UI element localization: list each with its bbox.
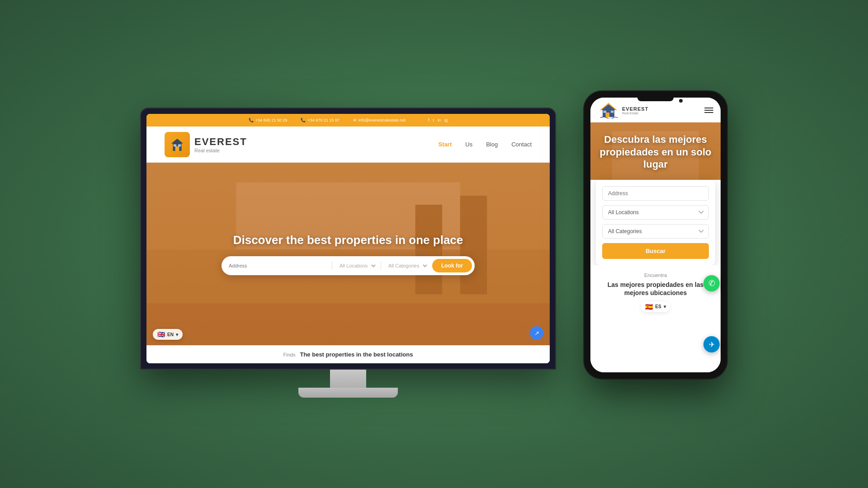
- monitor-stand-base: [298, 388, 398, 398]
- phone-categories-select[interactable]: All Categories: [602, 224, 709, 239]
- search-bar: All Locations All Categories Look for: [222, 256, 475, 275]
- svg-rect-2: [175, 146, 179, 150]
- phone1-icon: 📞: [249, 118, 254, 122]
- site-logo: EVEREST Real estate: [165, 132, 247, 157]
- phone-search-form: All Locations All Categories Buscar: [596, 180, 715, 265]
- phone-brand-sub: Real Estate: [622, 112, 648, 115]
- nav-blog[interactable]: Blog: [486, 141, 498, 148]
- brand-subtitle: Real estate: [194, 148, 247, 153]
- phone-brand-name: EVEREST: [622, 106, 648, 112]
- chevron-down-icon: ▾: [176, 332, 178, 337]
- scene: 📞 +34 845 21 50 29 📞 +34 670 21 15 97 ✉ …: [140, 90, 728, 398]
- svg-rect-7: [606, 113, 610, 117]
- site-topbar: 📞 +34 845 21 50 29 📞 +34 670 21 15 97 ✉ …: [146, 114, 550, 127]
- language-badge[interactable]: 🇬🇧 EN ▾: [153, 329, 183, 340]
- nav-start[interactable]: Start: [439, 141, 452, 148]
- hamburger-line2: [704, 110, 713, 111]
- topbar-phone1: 📞 +34 845 21 50 29: [249, 118, 287, 122]
- house-logo-icon: [168, 136, 186, 153]
- brand-name: EVEREST: [194, 136, 247, 148]
- social-icons: f t in ig: [428, 118, 448, 122]
- monitor-stand-neck: [330, 370, 366, 388]
- phone-hero-title: Descubra las mejores propiedades en un s…: [599, 133, 712, 171]
- svg-rect-9: [611, 111, 613, 113]
- phone-notch: [637, 98, 674, 101]
- hamburger-line3: [704, 112, 713, 113]
- categories-select[interactable]: All Categories: [385, 263, 429, 269]
- divider2: [381, 262, 381, 270]
- phone-language-badge[interactable]: 🇪🇸 ES ▾: [641, 301, 670, 312]
- phone-hero: Descubra las mejores propiedades en un s…: [590, 122, 721, 180]
- phone-chevron-icon: ▾: [664, 304, 666, 309]
- flag-icon: 🇬🇧: [157, 331, 165, 338]
- linkedin-icon[interactable]: in: [438, 118, 441, 122]
- desktop-mockup: 📞 +34 845 21 50 29 📞 +34 670 21 15 97 ✉ …: [140, 108, 556, 398]
- locations-select[interactable]: All Locations: [336, 263, 377, 269]
- logo-icon-box: [165, 132, 190, 157]
- phone-camera: [679, 99, 683, 103]
- divider1: [332, 262, 332, 270]
- phone-logo-icon: [598, 102, 619, 118]
- language-label: EN: [167, 332, 174, 337]
- phone-header: EVEREST Real Estate: [590, 98, 721, 122]
- phone-screen: EVEREST Real Estate Descubra las mejores…: [590, 98, 721, 372]
- mobile-mockup: EVEREST Real Estate Descubra las mejores…: [583, 90, 728, 380]
- phone-house-svg: [599, 102, 618, 118]
- whatsapp-button[interactable]: ✆: [703, 275, 720, 291]
- topbar-phone2: 📞 +34 670 21 15 97: [301, 118, 339, 122]
- phone-search-button[interactable]: Buscar: [602, 243, 709, 259]
- phone-language-label: ES: [655, 304, 661, 309]
- instagram-icon[interactable]: ig: [444, 118, 448, 122]
- nav-us[interactable]: Us: [465, 141, 472, 148]
- hamburger-line1: [704, 108, 713, 108]
- hamburger-menu[interactable]: [704, 108, 713, 113]
- finds-label: Finds: [283, 352, 296, 357]
- svg-rect-4: [178, 144, 181, 146]
- phone-frame: EVEREST Real Estate Descubra las mejores…: [583, 90, 728, 380]
- share-icon: ↗: [534, 330, 539, 337]
- phone-address-input[interactable]: [602, 186, 709, 201]
- whatsapp-icon: ✆: [708, 278, 715, 288]
- logo-text-area: EVEREST Real estate: [194, 136, 247, 153]
- phone-finds-label: Encuentra: [644, 272, 667, 278]
- phone-locations-select[interactable]: All Locations: [602, 205, 709, 220]
- phone-logo: EVEREST Real Estate: [598, 102, 648, 118]
- monitor-screen: 📞 +34 845 21 50 29 📞 +34 670 21 15 97 ✉ …: [146, 114, 550, 363]
- svg-rect-3: [174, 144, 176, 146]
- monitor-frame: 📞 +34 845 21 50 29 📞 +34 670 21 15 97 ✉ …: [140, 108, 556, 370]
- phone2-icon: 📞: [301, 118, 306, 122]
- topbar-email: ✉ info@everestcalestate.net: [353, 118, 406, 122]
- search-button[interactable]: Look for: [432, 259, 472, 272]
- address-input[interactable]: [229, 263, 328, 268]
- facebook-icon[interactable]: f: [428, 118, 429, 122]
- phone-bottom: Encuentra Las mejores propiedades en las…: [590, 265, 721, 373]
- svg-rect-8: [603, 111, 606, 113]
- phone-flag-icon: 🇪🇸: [645, 303, 653, 310]
- site-header: EVEREST Real estate Start Us Blog Contac…: [146, 127, 550, 163]
- telegram-button[interactable]: ✈: [703, 336, 720, 352]
- telegram-icon: ✈: [709, 340, 715, 349]
- finds-text: The best properties in the best location…: [300, 351, 413, 358]
- share-button[interactable]: ↗: [530, 326, 543, 340]
- hero-title: Discover the best properties in one plac…: [233, 233, 463, 247]
- email-icon: ✉: [353, 118, 357, 122]
- site-hero: Discover the best properties in one plac…: [146, 163, 550, 345]
- site-nav: Start Us Blog Contact: [439, 141, 532, 148]
- twitter-icon[interactable]: t: [433, 118, 434, 122]
- site-bottom-bar: Finds The best properties in the best lo…: [146, 345, 550, 363]
- nav-contact[interactable]: Contact: [511, 141, 532, 148]
- phone-finds-text: Las mejores propiedades en las mejores u…: [598, 281, 713, 297]
